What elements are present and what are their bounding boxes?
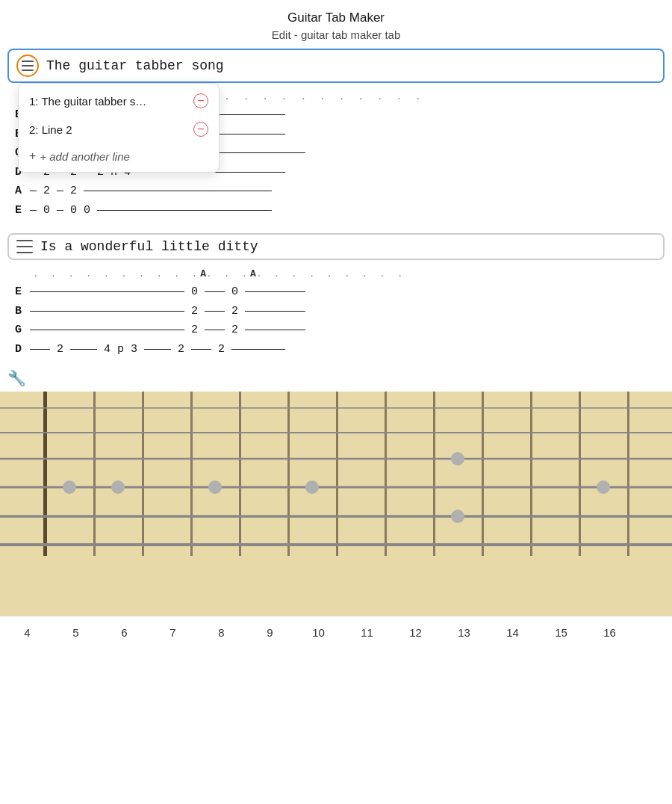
section-2-header[interactable] xyxy=(7,233,665,260)
fret-numbers-row: 4 5 6 7 8 9 10 11 12 13 14 15 16 xyxy=(0,616,672,649)
section-2-string-g-label: G xyxy=(15,321,30,340)
svg-rect-8 xyxy=(433,392,435,556)
svg-rect-2 xyxy=(142,392,144,556)
string-e-low-label: E xyxy=(15,201,30,220)
app-title: Guitar Tab Maker xyxy=(0,0,672,28)
wrench-settings-icon[interactable]: 🔧 xyxy=(0,366,672,390)
section-2-string-b-row: B ——————————————————————— 2 ——— 2 ——————… xyxy=(15,302,657,321)
svg-rect-12 xyxy=(627,392,629,556)
svg-rect-9 xyxy=(482,392,484,556)
section-1-header[interactable] xyxy=(7,49,665,83)
section-1-dropdown: 1: The guitar tabber s… − 2: Line 2 − + … xyxy=(18,83,220,173)
svg-rect-10 xyxy=(530,392,532,556)
svg-point-20 xyxy=(111,480,125,494)
page-subtitle: Edit - guitar tab maker tab xyxy=(0,28,672,49)
svg-point-19 xyxy=(63,480,76,494)
section-2-string-e-row: E ——————————————————————— 0 ——— 0 ——————… xyxy=(15,282,657,302)
section-2-hamburger-icon[interactable] xyxy=(16,240,33,253)
svg-point-23 xyxy=(451,452,464,466)
section-2-string-d-row: D ——— 2 ———— 4 p 3 ———— 2 ——— 2 ———————— xyxy=(15,340,657,359)
svg-point-25 xyxy=(597,480,610,494)
fret-num-4: 4 xyxy=(3,626,52,639)
svg-rect-4 xyxy=(239,392,241,556)
section-1: 1: The guitar tabber s… − 2: Line 2 − + … xyxy=(7,49,665,223)
string-a-tab: — 2 — 2 ———————————————————————————— xyxy=(30,182,657,201)
section-2-string-b-tab: ——————————————————————— 2 ——— 2 ————————… xyxy=(30,302,657,321)
fret-num-13: 13 xyxy=(440,626,488,639)
fret-num-12: 12 xyxy=(391,626,440,639)
svg-point-21 xyxy=(208,480,222,494)
dropdown-item-1-label: 1: The guitar tabber s… xyxy=(29,95,146,108)
add-line-label: + add another line xyxy=(40,150,130,163)
section-2-string-b-label: B xyxy=(15,302,30,321)
section-2-tab-area: . . . . . . . . . . A . . . A . . . . . … xyxy=(7,262,665,362)
dropdown-item-2[interactable]: 2: Line 2 − xyxy=(19,115,219,143)
section-1-title-input[interactable] xyxy=(46,58,656,73)
section-2: . . . . . . . . . . A . . . A . . . . . … xyxy=(7,233,665,362)
fret-num-7: 7 xyxy=(149,626,197,639)
section-2-title-input[interactable] xyxy=(40,239,656,254)
fret-num-10: 10 xyxy=(294,626,343,639)
fret-num-11: 11 xyxy=(343,626,391,639)
dropdown-item-2-label: 2: Line 2 xyxy=(29,123,72,136)
remove-item-2-button[interactable]: − xyxy=(193,122,208,137)
svg-point-22 xyxy=(305,480,319,494)
svg-rect-1 xyxy=(93,392,96,556)
fret-num-8: 8 xyxy=(197,626,246,639)
fret-num-14: 14 xyxy=(488,626,537,639)
string-e-low-row: E — 0 — 0 0 —————————————————————————— xyxy=(15,201,657,220)
svg-rect-5 xyxy=(287,392,290,556)
fret-num-16: 16 xyxy=(585,626,634,639)
section-2-string-d-label: D xyxy=(15,340,30,359)
section-2-string-e-label: E xyxy=(15,282,30,302)
svg-rect-11 xyxy=(579,392,581,556)
fret-num-15: 15 xyxy=(537,626,585,639)
section-2-dots-row: . . . . . . . . . . A . . . A . . . . . … xyxy=(15,266,657,282)
dropdown-item-1[interactable]: 1: The guitar tabber s… − xyxy=(19,87,219,115)
svg-rect-0 xyxy=(43,392,47,556)
svg-rect-3 xyxy=(190,392,193,556)
remove-item-1-button[interactable]: − xyxy=(193,93,208,108)
section-2-string-g-tab: ——————————————————————— 2 ——— 2 ————————… xyxy=(30,321,657,340)
plus-icon: + xyxy=(29,149,36,163)
add-another-line-button[interactable]: + + add another line xyxy=(19,143,219,169)
fret-num-5: 5 xyxy=(52,626,100,639)
svg-rect-7 xyxy=(385,392,387,556)
string-e-low-tab: — 0 — 0 0 —————————————————————————— xyxy=(30,201,657,220)
section-2-string-d-tab: ——— 2 ———— 4 p 3 ———— 2 ——— 2 ———————— xyxy=(30,340,657,359)
fretboard xyxy=(0,392,672,616)
fret-num-6: 6 xyxy=(100,626,149,639)
svg-rect-6 xyxy=(336,392,338,556)
fretboard-svg xyxy=(0,392,672,586)
fret-num-9: 9 xyxy=(246,626,294,639)
hamburger-menu-icon[interactable] xyxy=(16,55,39,77)
svg-point-24 xyxy=(451,510,464,523)
section-2-string-g-row: G ——————————————————————— 2 ——— 2 ——————… xyxy=(15,321,657,340)
string-a-label: A xyxy=(15,182,30,201)
string-a-row: A — 2 — 2 ———————————————————————————— xyxy=(15,182,657,201)
section-2-string-e-tab: ——————————————————————— 0 ——— 0 ————————… xyxy=(30,282,657,302)
